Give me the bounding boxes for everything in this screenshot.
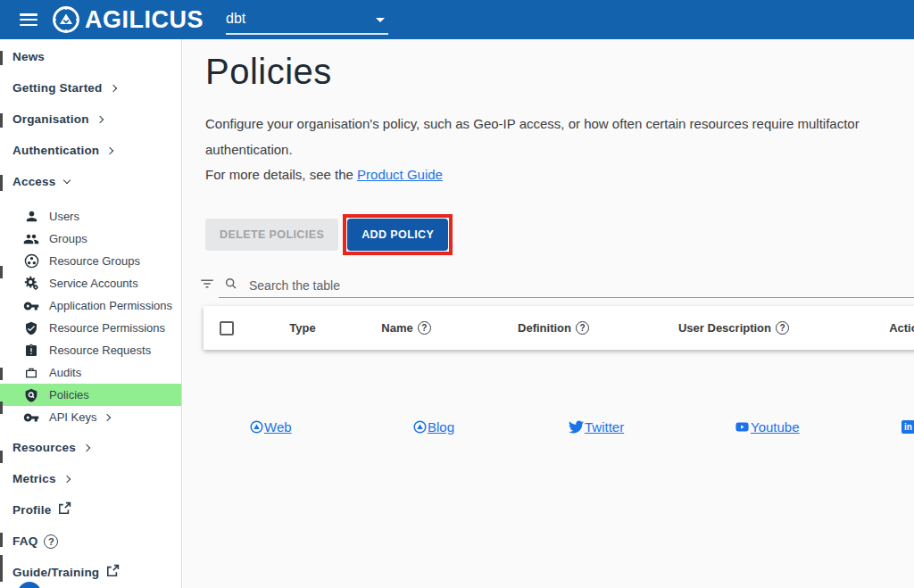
person-icon — [23, 209, 39, 225]
sidebar-item-users[interactable]: Users — [0, 205, 181, 228]
sidebar-item-organisation[interactable]: Organisation — [0, 104, 181, 135]
chevron-right-icon — [62, 475, 70, 482]
sidebar-item-resource-groups[interactable]: Resource Groups — [0, 250, 181, 272]
gears-icon — [23, 276, 39, 292]
sidebar-item-resources[interactable]: Resources — [0, 432, 181, 463]
sidebar-item-service-accounts[interactable]: Service Accounts — [0, 272, 181, 294]
column-header-type[interactable]: Type — [248, 321, 357, 335]
table-search-row — [199, 273, 914, 298]
agilicus-logo-icon — [250, 420, 263, 434]
delete-policies-button[interactable]: DELETE POLICIES — [205, 219, 338, 251]
menu-icon[interactable] — [20, 13, 37, 26]
sidebar-item-profile[interactable]: Profile — [0, 494, 181, 526]
sidebar-item-application-permissions[interactable]: Application Permissions — [0, 294, 181, 317]
sidebar-item-label: Audits — [49, 366, 81, 379]
select-all-checkbox[interactable] — [220, 321, 234, 335]
edge-artifact — [0, 51, 3, 65]
sidebar-item-label: News — [12, 50, 45, 63]
sidebar-item-faq[interactable]: FAQ ? — [0, 526, 181, 557]
linkedin-icon: in — [902, 420, 914, 434]
sidebar-item-label: Organisation — [12, 112, 89, 126]
agilicus-logo-icon — [52, 5, 80, 34]
add-policy-button[interactable]: ADD POLICY — [347, 219, 448, 251]
column-label: User Description — [678, 321, 771, 335]
linkedin-link[interactable]: in LinkedIn — [902, 419, 914, 435]
group-icon — [23, 231, 39, 247]
sidebar-item-label: Policies — [49, 388, 89, 402]
sidebar-item-label: FAQ — [12, 534, 37, 548]
web-link[interactable]: Web — [250, 419, 292, 435]
briefcase-icon — [23, 365, 39, 381]
details-line: For more details, see the Product Guide — [205, 167, 443, 182]
edge-artifact — [0, 402, 3, 414]
sidebar-item-news[interactable]: News — [0, 41, 181, 72]
sidebar-item-metrics[interactable]: Metrics — [0, 463, 181, 494]
sidebar-item-audits[interactable]: Audits — [0, 361, 181, 384]
search-icon[interactable] — [224, 277, 238, 294]
blog-link[interactable]: Blog — [413, 419, 454, 435]
footer-link-label: Blog — [428, 419, 454, 435]
product-guide-link[interactable]: Product Guide — [357, 167, 443, 182]
chevron-down-icon — [62, 177, 70, 184]
table-header: Type Name ? Definition ? User Descriptio… — [204, 306, 914, 350]
shield-check-icon — [23, 320, 39, 336]
edge-artifact — [0, 555, 3, 582]
sidebar-item-resource-requests[interactable]: Resource Requests — [0, 339, 181, 361]
column-header-actions[interactable]: Actions — [816, 321, 914, 335]
help-icon: ? — [44, 534, 58, 549]
twitter-link[interactable]: Twitter — [569, 419, 624, 435]
page-title: Policies — [205, 52, 332, 92]
sidebar-item-label: Getting Started — [12, 81, 103, 95]
edge-artifact — [0, 533, 3, 547]
chevron-right-icon — [83, 443, 90, 451]
column-header-name[interactable]: Name ? — [357, 321, 455, 335]
twitter-icon — [569, 419, 584, 435]
sidebar-item-label: Service Accounts — [49, 277, 138, 290]
chevron-right-icon — [96, 115, 103, 122]
filter-icon[interactable] — [199, 276, 215, 295]
edge-artifact — [0, 266, 3, 278]
chevron-right-icon — [106, 146, 113, 153]
sidebar-item-label: Profile — [12, 503, 51, 517]
edge-artifact — [0, 368, 3, 380]
footer-links: Web Blog Twitter Youtube in LinkedIn — [183, 419, 914, 441]
brand-logo: AGILICUS — [52, 5, 204, 34]
sidebar-item-label: Access — [12, 175, 56, 188]
sidebar-item-authentication[interactable]: Authentication — [0, 135, 181, 166]
youtube-link[interactable]: Youtube — [735, 419, 800, 435]
group-work-icon — [23, 253, 39, 269]
external-link-icon — [105, 564, 120, 581]
sidebar-item-label: Guide/Training — [12, 566, 99, 579]
edge-artifact — [0, 175, 3, 191]
sidebar-item-label: Groups — [49, 232, 87, 245]
column-header-definition[interactable]: Definition ? — [455, 321, 652, 335]
help-icon[interactable]: ? — [418, 321, 431, 335]
search-input[interactable] — [249, 278, 606, 293]
sidebar-item-access[interactable]: Access — [0, 166, 181, 197]
sidebar-item-getting-started[interactable]: Getting Started — [0, 72, 181, 104]
sidebar-item-groups[interactable]: Groups — [0, 228, 181, 250]
org-selector[interactable]: dbt — [226, 4, 388, 35]
external-link-icon — [57, 501, 71, 518]
sidebar-item-resource-permissions[interactable]: Resource Permissions — [0, 317, 181, 339]
chevron-right-icon — [104, 413, 111, 420]
footer-link-label: Youtube — [751, 419, 800, 435]
key-icon — [23, 298, 39, 314]
column-header-user-description[interactable]: User Description ? — [652, 321, 816, 335]
sidebar-item-label: Metrics — [12, 472, 56, 485]
clipboard-alert-icon — [23, 343, 39, 359]
help-icon[interactable]: ? — [576, 321, 589, 335]
agilicus-logo-icon — [413, 420, 427, 434]
sidebar-item-label: Resource Requests — [49, 344, 151, 357]
sidebar-item-api-keys[interactable]: API Keys — [0, 406, 181, 428]
search-underline — [219, 297, 914, 298]
edge-artifact — [0, 113, 3, 128]
help-icon[interactable]: ? — [776, 321, 789, 335]
key-icon — [23, 410, 39, 426]
column-label: Name — [381, 321, 412, 335]
column-label: Actions — [889, 321, 914, 335]
sidebar-item-policies[interactable]: Policies — [0, 384, 181, 406]
brand-name: AGILICUS — [85, 6, 204, 34]
sidebar-item-label: Resource Groups — [49, 254, 140, 268]
toolbar: DELETE POLICIES ADD POLICY — [205, 215, 448, 254]
